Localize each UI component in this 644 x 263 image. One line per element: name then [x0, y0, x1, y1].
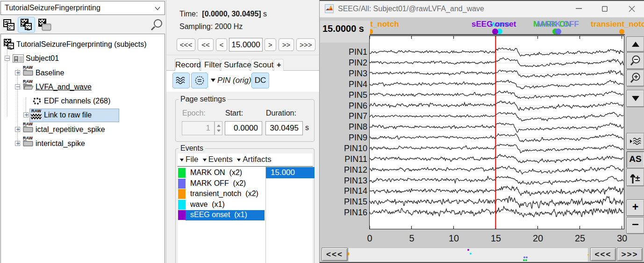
svg-text:RAW: RAW — [23, 65, 33, 70]
svg-text:±: ± — [635, 173, 640, 183]
svg-text:RAW: RAW — [31, 109, 42, 113]
svg-text:RAW: RAW — [23, 122, 33, 126]
svg-text:RAW: RAW — [23, 136, 33, 140]
svg-text:RAW: RAW — [23, 79, 33, 84]
